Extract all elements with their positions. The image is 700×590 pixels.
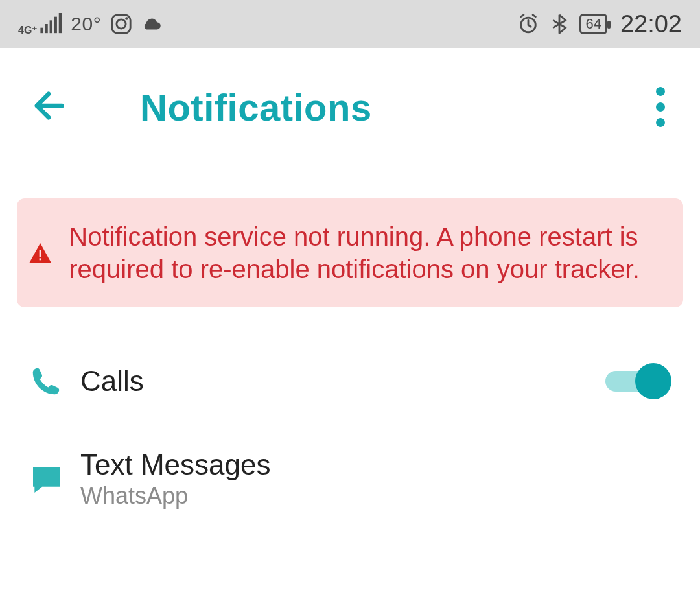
instagram-icon [110,13,132,35]
svg-rect-4 [59,13,62,33]
status-right: 64 22:02 [517,10,682,38]
overflow-dot-icon [656,118,665,127]
row-text-messages-subtitle: WhatsApp [80,482,270,510]
battery-percent: 64 [585,16,601,32]
svg-point-6 [117,19,126,29]
back-button[interactable] [29,86,69,128]
overflow-dot-icon [656,87,665,96]
app-header: Notifications [0,48,700,159]
network-indicator: 4G⁺ [18,13,62,35]
signal-bars-icon [40,13,62,35]
alarm-icon [517,13,539,35]
phone-icon [29,364,64,399]
alert-message: Notification service not running. A phon… [69,220,664,285]
status-bar: 4G⁺ 20° 64 22:02 [0,0,700,48]
warning-triangle-icon [29,230,52,276]
row-text-messages-title: Text Messages [80,449,270,481]
temperature-label: 20° [71,13,101,35]
svg-rect-1 [45,24,48,33]
clock-time: 22:02 [620,10,682,38]
svg-rect-3 [54,17,57,33]
svg-rect-9 [40,250,41,257]
overflow-menu-button[interactable] [649,80,671,134]
message-icon [29,461,65,497]
overflow-dot-icon [656,102,665,112]
battery-indicator: 64 [579,14,607,34]
network-label: 4G⁺ [18,26,37,35]
toggle-knob [635,363,671,399]
status-left: 4G⁺ 20° [18,13,163,35]
back-arrow-icon [29,86,69,126]
row-calls[interactable]: Calls [0,333,700,429]
svg-rect-2 [50,20,52,33]
calls-toggle[interactable] [605,363,671,399]
svg-rect-0 [41,28,43,34]
row-calls-title: Calls [80,365,144,397]
svg-rect-10 [40,258,41,260]
alert-banner: Notification service not running. A phon… [17,198,683,307]
page-title: Notifications [140,86,372,129]
bluetooth-icon [548,13,570,35]
row-text-messages[interactable]: Text Messages WhatsApp [0,429,700,539]
svg-point-7 [125,17,128,20]
cloud-icon [141,13,163,35]
